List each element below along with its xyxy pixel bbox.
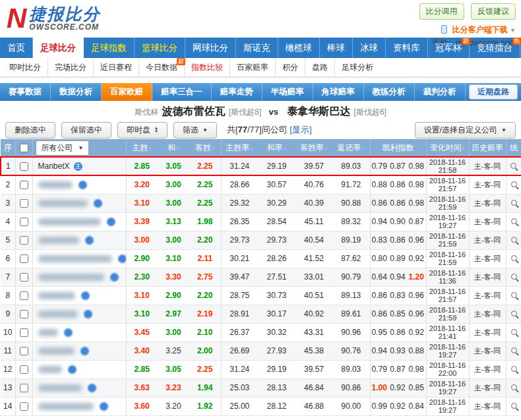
company-cell[interactable] <box>32 175 126 194</box>
delete-selected-button[interactable]: 删除选中 <box>5 122 55 138</box>
magnifier-icon[interactable] <box>511 237 517 243</box>
company-cell[interactable] <box>32 231 126 249</box>
main-nav-item[interactable]: 网球比分 <box>185 38 236 58</box>
custom-company-dropdown[interactable]: 设置/选择自定义公司 ▼ <box>415 122 516 138</box>
history-odds-links[interactable]: 主-客-同 <box>469 212 506 231</box>
sub-nav-item[interactable]: 即时比分 <box>3 58 48 76</box>
company-cell[interactable] <box>32 342 126 360</box>
odds-tab[interactable]: 百家欧赔 <box>102 83 152 101</box>
row-checkbox[interactable] <box>20 255 28 263</box>
magnifier-icon[interactable] <box>511 366 517 372</box>
history-odds-links[interactable]: 主-客-同 <box>469 360 506 378</box>
feedback-button[interactable]: 反馈建议 <box>471 3 516 20</box>
row-checkbox[interactable] <box>20 236 28 245</box>
magnifier-icon[interactable] <box>511 255 517 261</box>
col-draw[interactable]: 和↑ <box>158 139 189 157</box>
magnifier-icon[interactable] <box>510 163 516 169</box>
odds-tab[interactable]: 数据分析 <box>51 83 102 101</box>
main-nav-item[interactable]: 资料库 <box>386 38 428 58</box>
company-cell[interactable] <box>32 305 126 323</box>
main-nav-item[interactable]: 橄榄球 <box>278 38 321 58</box>
col-draw-rate[interactable]: 和率↑ <box>258 139 295 157</box>
main-nav-item[interactable]: 足球指数 <box>84 38 135 58</box>
sub-nav-item[interactable]: 盘路 <box>305 58 335 76</box>
row-checkbox[interactable] <box>20 199 28 208</box>
sub-nav-item[interactable]: 足球分析 <box>335 58 380 76</box>
sub-nav-item[interactable]: 完场比分 <box>48 58 94 76</box>
recent-trend-button[interactable]: 近期盘路 <box>469 84 518 100</box>
history-odds-links[interactable]: 主-客-同 <box>469 175 506 194</box>
row-checkbox[interactable] <box>20 310 28 318</box>
history-odds-links[interactable]: 主-客-同 <box>469 323 506 342</box>
odds-tab[interactable]: 角球赔率 <box>313 83 364 101</box>
magnifier-icon[interactable] <box>511 403 517 409</box>
odds-tab[interactable]: 半场赔率 <box>262 83 313 101</box>
all-companies-dropdown[interactable]: 所有公司 ▼ <box>36 140 90 156</box>
company-cell[interactable] <box>32 194 126 212</box>
col-return-rate[interactable]: 返还率↑ <box>332 139 370 157</box>
main-nav-item[interactable]: 竞猜擂台 热 <box>470 38 520 58</box>
main-nav-item[interactable]: 冠军杯 新 <box>428 38 470 58</box>
market-select[interactable]: 即时盘 ▲▼ <box>117 122 168 138</box>
history-odds-links[interactable]: 主-客-同 <box>469 268 506 286</box>
score-api-button[interactable]: 比分调用 <box>419 3 464 20</box>
company-cell[interactable] <box>32 268 126 286</box>
history-odds-links[interactable]: 主-客-同 <box>469 378 506 397</box>
row-checkbox[interactable] <box>20 328 28 337</box>
row-checkbox[interactable] <box>20 162 28 171</box>
site-logo[interactable]: N 捷报比分 OWSCORE.COM <box>7 4 100 33</box>
filter-dropdown[interactable]: 筛选 ▼ <box>173 122 217 138</box>
main-nav-item[interactable]: 棒球 <box>320 38 353 58</box>
magnifier-icon[interactable] <box>511 181 517 187</box>
col-away-win[interactable]: 客胜↑ <box>189 139 221 157</box>
keep-selected-button[interactable]: 保留选中 <box>61 122 111 138</box>
show-link[interactable]: [显示] <box>290 125 311 135</box>
odds-tab[interactable]: 赛事数据 <box>0 83 51 101</box>
col-home-rate[interactable]: 主胜率↑ <box>221 139 258 157</box>
sub-nav-item[interactable]: 近日赛程 <box>94 58 139 76</box>
odds-tab[interactable]: 赔率走势 <box>212 83 262 101</box>
row-checkbox[interactable] <box>20 384 28 392</box>
row-checkbox[interactable] <box>20 402 28 411</box>
select-all-checkbox[interactable] <box>20 144 28 152</box>
sub-nav-item[interactable]: 指数比较 <box>185 58 230 76</box>
main-nav-item[interactable]: 首页 <box>0 38 33 58</box>
company-cell[interactable]: ManbetX 主 <box>32 157 126 175</box>
col-home-win[interactable]: 主胜↑ <box>126 139 158 157</box>
odds-tab[interactable]: 赔率三合一 <box>152 83 212 101</box>
sub-nav-item[interactable]: 积分 <box>276 58 305 76</box>
row-checkbox[interactable] <box>20 181 28 189</box>
magnifier-icon[interactable] <box>511 200 517 206</box>
history-odds-links[interactable]: 主-客-同 <box>469 286 506 305</box>
history-odds-links[interactable]: 主-客-同 <box>469 342 506 360</box>
main-nav-item[interactable]: 足球比分 <box>33 38 84 58</box>
history-odds-links[interactable]: 主-客-同 <box>469 231 506 249</box>
magnifier-icon[interactable] <box>511 311 517 316</box>
history-odds-links[interactable]: 主-客-同 <box>469 194 506 212</box>
row-checkbox[interactable] <box>20 347 28 355</box>
sub-nav-item[interactable]: 百家赔率 <box>230 58 276 76</box>
sub-nav-item[interactable]: 今日数据 新 <box>139 58 185 76</box>
col-away-rate[interactable]: 客胜率↑ <box>295 139 332 157</box>
history-odds-links[interactable]: 主-客-同 <box>469 305 506 323</box>
odds-tab[interactable]: 裁判分析 <box>415 83 466 101</box>
row-checkbox[interactable] <box>20 291 28 300</box>
magnifier-icon[interactable] <box>511 384 517 390</box>
main-nav-item[interactable]: 冰球 <box>353 38 386 58</box>
row-checkbox[interactable] <box>20 218 28 226</box>
company-cell[interactable] <box>32 360 126 378</box>
magnifier-icon[interactable] <box>511 274 517 280</box>
main-nav-item[interactable]: 斯诺克 <box>236 38 278 58</box>
company-cell[interactable] <box>32 249 126 268</box>
company-cell[interactable] <box>32 212 126 231</box>
main-nav-item[interactable]: 篮球比分 <box>135 38 185 58</box>
history-odds-links[interactable]: 主-客-同 <box>469 397 506 415</box>
row-checkbox[interactable] <box>20 365 28 374</box>
company-cell[interactable] <box>32 323 126 342</box>
magnifier-icon[interactable] <box>511 218 517 224</box>
company-cell[interactable] <box>32 286 126 305</box>
history-odds-links[interactable]: 主-客-同 <box>469 249 506 268</box>
magnifier-icon[interactable] <box>511 347 517 353</box>
magnifier-icon[interactable] <box>511 329 517 335</box>
history-odds-links[interactable]: 主-客-同 <box>469 157 506 175</box>
